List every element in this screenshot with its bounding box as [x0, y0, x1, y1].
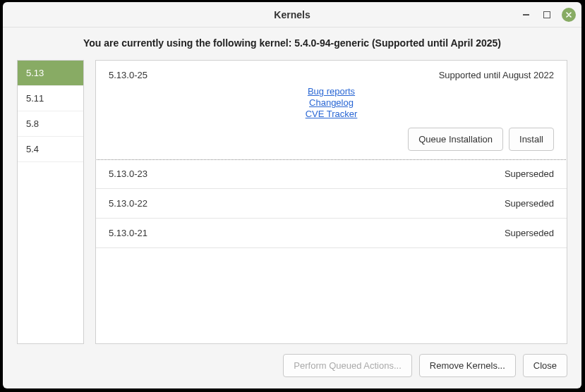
install-button[interactable]: Install — [509, 128, 554, 151]
kernel-links: Bug reports Changelog CVE Tracker — [109, 86, 554, 119]
bug-reports-link[interactable]: Bug reports — [109, 86, 554, 97]
cve-tracker-link[interactable]: CVE Tracker — [109, 109, 554, 119]
kernel-row-actions: Queue Installation Install — [109, 128, 554, 151]
maximize-icon[interactable] — [541, 8, 553, 21]
kernel-series-sidebar[interactable]: 5.13 5.11 5.8 5.4 — [17, 60, 84, 344]
kernel-version: 5.13.0-25 — [109, 70, 147, 80]
sidebar-item-5-13[interactable]: 5.13 — [18, 61, 83, 86]
sidebar-item-label: 5.11 — [26, 93, 44, 104]
titlebar: Kernels — [3, 2, 581, 27]
kernel-list[interactable]: 5.13.0-25 Supported until August 2022 Bu… — [95, 60, 567, 344]
kernel-version: 5.13.0-21 — [109, 228, 147, 238]
perform-queued-actions-button[interactable]: Perform Queued Actions... — [283, 354, 411, 377]
sidebar-item-label: 5.4 — [26, 144, 39, 154]
queue-installation-button[interactable]: Queue Installation — [408, 128, 503, 151]
footer: Perform Queued Actions... Remove Kernels… — [3, 344, 581, 388]
sidebar-item-5-8[interactable]: 5.8 — [18, 111, 83, 137]
kernel-row-header: 5.13.0-22 Superseded — [109, 198, 554, 209]
kernel-version: 5.13.0-23 — [109, 169, 147, 179]
current-kernel-message: You are currently using the following ke… — [3, 27, 581, 60]
sidebar-item-5-11[interactable]: 5.11 — [18, 86, 83, 111]
minimize-icon[interactable] — [519, 8, 532, 21]
kernel-row-expanded[interactable]: 5.13.0-25 Supported until August 2022 Bu… — [95, 60, 567, 160]
sidebar-item-label: 5.8 — [26, 118, 39, 129]
kernel-row-header: 5.13.0-21 Superseded — [109, 228, 554, 238]
sidebar-item-label: 5.13 — [26, 68, 44, 78]
window: Kernels You are currently using the foll… — [3, 2, 581, 388]
kernel-status: Superseded — [505, 198, 554, 209]
kernel-row[interactable]: 5.13.0-21 Superseded — [96, 219, 567, 248]
kernel-row-header: 5.13.0-23 Superseded — [109, 169, 554, 179]
window-title: Kernels — [274, 9, 310, 20]
close-button[interactable]: Close — [523, 354, 567, 377]
sidebar-item-5-4[interactable]: 5.4 — [18, 137, 83, 162]
kernel-status: Superseded — [505, 228, 554, 238]
remove-kernels-button[interactable]: Remove Kernels... — [419, 354, 516, 377]
close-icon[interactable] — [562, 8, 576, 22]
changelog-link[interactable]: Changelog — [109, 97, 554, 108]
kernel-status: Superseded — [505, 169, 554, 179]
kernel-version: 5.13.0-22 — [109, 198, 147, 209]
kernel-row[interactable]: 5.13.0-22 Superseded — [96, 189, 567, 219]
content: 5.13 5.11 5.8 5.4 5.13.0-25 Supported un… — [3, 60, 581, 344]
kernel-status: Supported until August 2022 — [439, 70, 554, 80]
kernel-row-header: 5.13.0-25 Supported until August 2022 — [109, 70, 554, 80]
kernel-row[interactable]: 5.13.0-23 Superseded — [96, 159, 567, 189]
window-controls — [519, 2, 576, 27]
